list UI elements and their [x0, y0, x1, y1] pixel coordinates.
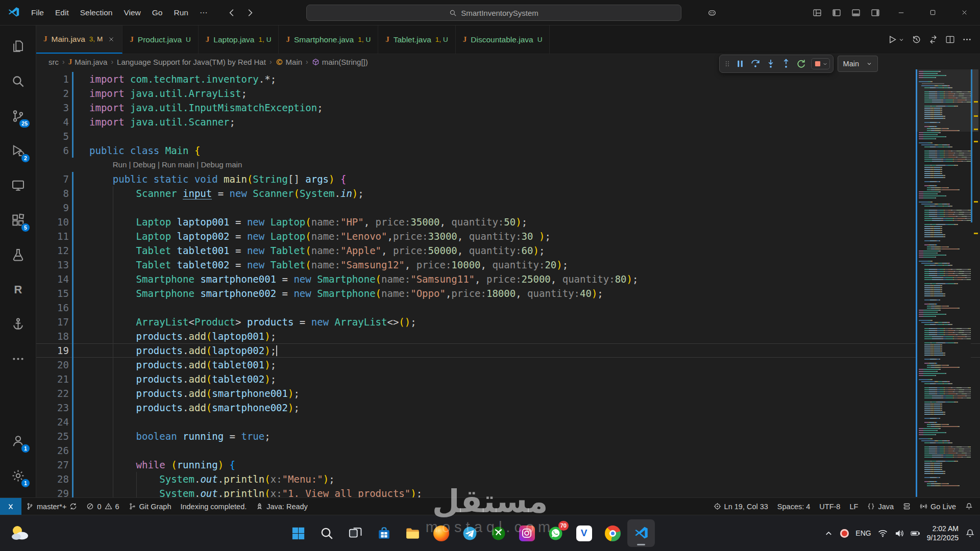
activitybar-more-views[interactable] [2, 343, 34, 374]
code-line-12[interactable]: 12Tablet tablet001 = new Tablet(name:"Ap… [36, 243, 980, 258]
code-line-6[interactable]: 6public class Main { [36, 143, 980, 158]
tray-app-icon[interactable] [840, 529, 849, 538]
activitybar-search[interactable] [2, 65, 34, 97]
line-number[interactable]: 29 [36, 486, 69, 497]
taskbar-start-icon[interactable] [284, 519, 312, 547]
code-line-13[interactable]: 13Tablet tablet002 = new Tablet(name:"Sa… [36, 258, 980, 272]
code-line-9[interactable]: 9 [36, 201, 980, 215]
code-line-1[interactable]: 1import com.techmart.inventory.*; [36, 72, 980, 86]
line-number[interactable]: 11 [36, 229, 69, 243]
code-line-11[interactable]: 11Laptop laptop002 = new Laptop(name:"Le… [36, 229, 980, 243]
wifi-icon[interactable] [878, 529, 888, 538]
code-line-14[interactable]: 14Smartphone smartphone001 = new Smartph… [36, 272, 980, 286]
code-line-28[interactable]: 28System.out.println(x:"Menu:"); [36, 472, 980, 486]
step-over-button[interactable] [748, 57, 763, 71]
code-line-22[interactable]: 22products.add(smartphone001); [36, 386, 980, 400]
taskbar-firefox-icon[interactable] [427, 519, 455, 547]
code-line-17[interactable]: 17ArrayList<Product> products = new Arra… [36, 315, 980, 329]
minimize-button[interactable] [885, 0, 917, 26]
copilot-icon[interactable] [702, 4, 722, 21]
menu-[interactable]: ⋯ [194, 5, 213, 20]
line-number[interactable]: 7 [36, 172, 69, 186]
line-number[interactable]: 4 [36, 115, 69, 129]
taskbar-search-icon[interactable] [313, 519, 340, 547]
server-status[interactable] [898, 498, 915, 515]
line-number[interactable]: 1 [36, 72, 69, 86]
open-changes-icon[interactable] [928, 35, 938, 44]
toggle-panel-icon[interactable] [846, 4, 866, 21]
code-line-18[interactable]: 18products.add(laptop001); [36, 329, 980, 343]
codelens-row[interactable]: Run | Debug | Run main | Debug main [36, 158, 980, 172]
taskbar-instagram-icon[interactable] [513, 519, 541, 547]
scrollbar[interactable] [971, 69, 980, 497]
line-number[interactable]: 17 [36, 315, 69, 329]
notifications-bell[interactable] [961, 498, 980, 515]
line-number[interactable]: 13 [36, 258, 69, 272]
widgets-weather-icon[interactable] [8, 522, 31, 544]
code-line-10[interactable]: 10Laptop laptop001 = new Laptop(name:"HP… [36, 215, 980, 229]
line-number[interactable]: 6 [36, 143, 69, 158]
line-number[interactable]: 19 [36, 343, 69, 358]
breadcrumb-item[interactable]: JMain.java [68, 58, 108, 66]
activitybar-extensions[interactable]: 5 [2, 204, 34, 236]
breadcrumb-item[interactable]: Main [276, 58, 303, 66]
code-line-16[interactable]: 16 [36, 300, 980, 315]
taskbar-vscode-icon[interactable] [627, 519, 655, 547]
encoding-status[interactable]: UTF-8 [815, 498, 845, 515]
eol-status[interactable]: LF [845, 498, 863, 515]
more-actions-icon[interactable] [962, 35, 972, 44]
code-line-2[interactable]: 2import java.util.ArrayList; [36, 86, 980, 101]
customize-layout-icon[interactable] [807, 4, 827, 21]
toggle-secondary-sidebar-icon[interactable] [866, 4, 885, 21]
tray-expand-icon[interactable] [824, 529, 834, 538]
activitybar-r-extension[interactable]: R [2, 273, 34, 305]
line-number[interactable]: 21 [36, 372, 69, 386]
line-number[interactable]: 16 [36, 300, 69, 315]
menu-go[interactable]: Go [146, 5, 168, 20]
close-tab-icon[interactable] [108, 36, 115, 43]
line-number[interactable]: 14 [36, 272, 69, 286]
timeline-history-icon[interactable] [912, 35, 921, 44]
code-line-8[interactable]: 8Scanner input = new Scanner(System.in); [36, 186, 980, 201]
line-number[interactable]: 10 [36, 215, 69, 229]
code-line-27[interactable]: 27while (running) { [36, 458, 980, 472]
activitybar-remote-explorer[interactable] [2, 169, 34, 201]
line-number[interactable]: 22 [36, 386, 69, 400]
notification-center-icon[interactable] [965, 529, 975, 538]
line-number[interactable]: 23 [36, 400, 69, 415]
line-number[interactable]: 25 [36, 429, 69, 443]
menu-selection[interactable]: Selection [75, 5, 118, 20]
taskbar-store-icon[interactable] [370, 519, 398, 547]
line-number[interactable]: 3 [36, 101, 69, 115]
code-line-20[interactable]: 20products.add(tablet001); [36, 358, 980, 372]
git-graph-button[interactable]: Git Graph [124, 498, 176, 515]
editor[interactable]: 1import com.techmart.inventory.*;2import… [36, 69, 980, 497]
step-out-button[interactable] [779, 57, 793, 71]
close-window-button[interactable] [948, 0, 980, 26]
line-number[interactable]: 2 [36, 86, 69, 101]
cursor-position[interactable]: Ln 19, Col 33 [709, 498, 773, 515]
debug-config-dropdown[interactable]: Main [838, 56, 878, 72]
line-number[interactable]: 8 [36, 186, 69, 201]
activitybar-settings[interactable]: 1 [2, 460, 34, 491]
activitybar-testing[interactable] [2, 239, 34, 270]
code-line-19[interactable]: 19products.add(laptop002); [36, 343, 980, 358]
maximize-button[interactable] [917, 0, 948, 26]
problems-status[interactable]: 0 6 [82, 498, 124, 515]
code-line-25[interactable]: 25boolean running = true; [36, 429, 980, 443]
code-line-21[interactable]: 21products.add(tablet002); [36, 372, 980, 386]
drag-handle-icon[interactable] [723, 57, 732, 71]
tab-tablet-java[interactable]: JTablet.java1,U [378, 26, 456, 54]
line-number[interactable]: 27 [36, 458, 69, 472]
split-editor-icon[interactable] [945, 35, 955, 44]
tab-laptop-java[interactable]: JLaptop.java1,U [199, 26, 279, 54]
taskbar-chrome-icon[interactable] [599, 519, 626, 547]
line-number[interactable] [36, 158, 69, 172]
line-number[interactable]: 24 [36, 415, 69, 429]
taskbar-v-app-icon[interactable]: V [570, 519, 598, 547]
indentation-status[interactable]: Spaces: 4 [773, 498, 815, 515]
forward-arrow-icon[interactable] [246, 8, 255, 17]
step-into-button[interactable] [764, 57, 778, 71]
tab-main-java[interactable]: JMain.java3,M [36, 26, 122, 54]
run-java-button[interactable] [888, 35, 904, 44]
